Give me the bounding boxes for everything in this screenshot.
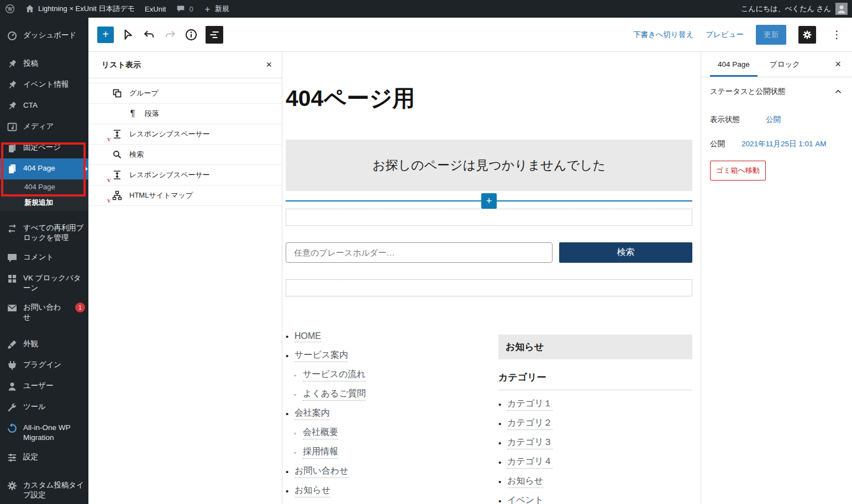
list-bullet: • xyxy=(286,467,294,476)
details-info-button[interactable] xyxy=(185,28,198,41)
sitemap-link-お知らせ[interactable]: お知らせ xyxy=(294,485,330,497)
list-view-row-グループ[interactable]: グループ xyxy=(88,83,282,104)
sitemap-link-カテゴリ２[interactable]: カテゴリ２ xyxy=(507,417,553,430)
sitemap-list-item: •イベント xyxy=(498,491,692,504)
brush-icon xyxy=(7,339,18,350)
exunit-menu[interactable]: ExUnit xyxy=(140,0,171,18)
publish-date-value[interactable]: 2021年11月25日 1:01 AM xyxy=(741,139,827,149)
search-input[interactable] xyxy=(286,242,553,263)
plus-icon: + xyxy=(102,28,109,41)
sidebar-item-外観[interactable]: 外観 xyxy=(0,334,88,355)
sitemap-link-よくあるご質問[interactable]: よくあるご質問 xyxy=(303,388,366,401)
sidebar-item-固定ページ[interactable]: 固定ページ xyxy=(0,137,88,158)
editor-canvas: 404ページ用 お探しのページは見つかりませんでした + 検索 •HOME•サー… xyxy=(283,52,701,504)
sidebar-item-VK ブロックパターン[interactable]: VK ブロックパターン xyxy=(0,268,88,298)
search-button[interactable]: 検索 xyxy=(559,242,692,263)
close-icon[interactable]: × xyxy=(266,59,272,71)
list-view-row-HTMLサイトマップ[interactable]: VHTMLサイトマップ xyxy=(88,185,282,206)
sidebar-item-ダッシュボード[interactable]: ダッシュボード xyxy=(0,25,88,46)
pin-icon xyxy=(7,79,18,91)
sitemap-link-サービスの流れ[interactable]: サービスの流れ xyxy=(303,369,366,381)
list-bullet: • xyxy=(286,332,294,341)
update-button[interactable]: 更新 xyxy=(756,25,786,45)
sidebar-item-メディア[interactable]: メディア xyxy=(0,116,88,137)
sidebar-item-プラグイン[interactable]: プラグイン xyxy=(0,355,88,376)
sidebar-item-label: 固定ページ xyxy=(23,142,61,152)
list-view-row-レスポンシブスペーサー[interactable]: Vレスポンシブスペーサー xyxy=(88,124,282,145)
sidebar-item-label: イベント情報 xyxy=(23,79,69,89)
undo-button[interactable] xyxy=(143,28,156,41)
tab-document[interactable]: 404 Page xyxy=(708,52,760,77)
user-icon xyxy=(7,381,18,392)
sidebar-item-CTA[interactable]: CTA xyxy=(0,96,88,116)
not-found-message-block[interactable]: お探しのページは見つかりませんでした xyxy=(286,140,692,191)
sidebar-item-イベント情報[interactable]: イベント情報 xyxy=(0,75,88,96)
sitemap-list-item: •お知らせ xyxy=(498,472,692,491)
comments-menu[interactable]: 0 xyxy=(171,0,198,18)
post-title[interactable]: 404ページ用 xyxy=(286,86,692,111)
user-greeting[interactable]: こんにちは、べくたん さん xyxy=(741,4,831,14)
sitemap-link-カテゴリ３[interactable]: カテゴリ３ xyxy=(507,437,553,449)
sidebar-subitem-新規追加[interactable]: 新規追加 xyxy=(0,194,88,211)
block-inserter-button[interactable]: + xyxy=(97,26,114,43)
sidebar-item-label: メディア xyxy=(23,121,54,131)
list-view-row-段落[interactable]: ¶段落 xyxy=(88,104,282,124)
insert-block-button[interactable]: + xyxy=(481,193,497,209)
select-tool-button[interactable] xyxy=(122,28,135,41)
block-label: レスポンシブスペーサー xyxy=(129,170,210,180)
sitemap-link-イベント[interactable]: イベント xyxy=(507,495,544,504)
spacer-block[interactable] xyxy=(286,209,692,226)
sitemap-link-お問い合わせ[interactable]: お問い合わせ xyxy=(294,465,349,478)
vk-logo-badge: V xyxy=(107,137,111,142)
sidebar-item-ユーザー[interactable]: ユーザー xyxy=(0,376,88,397)
sidebar-item-label: すべての再利用ブロックを管理 xyxy=(23,223,85,242)
wp-logo-menu[interactable] xyxy=(0,0,20,18)
category-list: •カテゴリ１•カテゴリ２•カテゴリ３•カテゴリ４•お知らせ•イベント xyxy=(498,395,692,504)
new-content-menu[interactable]: ＋ 新規 xyxy=(198,0,234,18)
sitemap-link-会社案内[interactable]: 会社案内 xyxy=(294,407,330,420)
tab-block[interactable]: ブロック xyxy=(760,52,810,77)
settings-gear-button[interactable] xyxy=(798,26,816,44)
avatar[interactable] xyxy=(835,3,848,15)
sitemap-link-カテゴリ１[interactable]: カテゴリ１ xyxy=(507,398,553,411)
options-kebab-menu[interactable]: ⋮ xyxy=(828,28,845,41)
site-name: Lightning × ExUnit 日本語デモ xyxy=(38,4,135,14)
sitemap-link-サービス案内[interactable]: サービス案内 xyxy=(294,349,348,362)
sitemap-link-採用情報[interactable]: 採用情報 xyxy=(303,446,338,459)
sidebar-item-お問い合わせ[interactable]: お問い合わせ1 xyxy=(0,298,88,327)
move-to-trash-button[interactable]: ゴミ箱へ移動 xyxy=(710,161,766,181)
close-icon[interactable]: × xyxy=(824,52,852,77)
sidebar-item-ツール[interactable]: ツール xyxy=(0,397,88,418)
notification-badge: 1 xyxy=(75,303,85,312)
sidebar-item-設定[interactable]: 設定 xyxy=(0,447,88,468)
redo-button[interactable] xyxy=(164,28,177,41)
status-panel-header[interactable]: ステータスと公開状態 xyxy=(701,77,852,106)
sitemap-link-会社概要[interactable]: 会社概要 xyxy=(303,427,338,439)
preview-button[interactable]: プレビュー xyxy=(706,30,744,40)
sitemap-link-お知らせ[interactable]: お知らせ xyxy=(507,475,543,488)
plus-icon: + xyxy=(486,195,492,207)
block-label: 段落 xyxy=(145,109,159,119)
list-bullet: ◦ xyxy=(294,391,303,399)
sidebar-subitem-404 Page[interactable]: 404 Page xyxy=(0,179,88,194)
list-view-toggle-button[interactable] xyxy=(206,26,223,44)
sidebar-item-label: All-in-One WP Migration xyxy=(23,423,85,442)
sitemap-link-HOME[interactable]: HOME xyxy=(294,331,321,342)
sitemap-link-カテゴリ４[interactable]: カテゴリ４ xyxy=(507,456,553,469)
sidebar-item-投稿[interactable]: 投稿 xyxy=(0,54,88,75)
block-insertion-line: + xyxy=(286,191,692,209)
sidebar-item-すべての再利用ブロックを管理[interactable]: すべての再利用ブロックを管理 xyxy=(0,218,88,247)
site-link[interactable]: Lightning × ExUnit 日本語デモ xyxy=(20,0,140,18)
sidebar-item-All-in-One WP Migration[interactable]: All-in-One WP Migration xyxy=(0,418,88,447)
sitemap-list-item: •カテゴリ４ xyxy=(498,453,692,472)
list-view-row-検索[interactable]: 検索 xyxy=(88,145,282,165)
sidebar-item-コメント[interactable]: コメント xyxy=(0,247,88,268)
pages-icon xyxy=(7,163,18,174)
spacer-block[interactable] xyxy=(286,279,692,296)
html-sitemap-block: •HOME•サービス案内◦サービスの流れ◦よくあるご質問•会社案内◦会社概要◦採… xyxy=(286,327,489,501)
switch-to-draft-button[interactable]: 下書きへ切り替え xyxy=(633,30,693,40)
sidebar-item-404 Page[interactable]: 404 Page xyxy=(0,158,88,179)
visibility-value[interactable]: 公開 xyxy=(766,115,781,125)
list-view-row-レスポンシブスペーサー[interactable]: Vレスポンシブスペーサー xyxy=(88,165,282,185)
sidebar-item-カスタム投稿タイプ設定[interactable]: カスタム投稿タイプ設定 xyxy=(0,475,88,504)
